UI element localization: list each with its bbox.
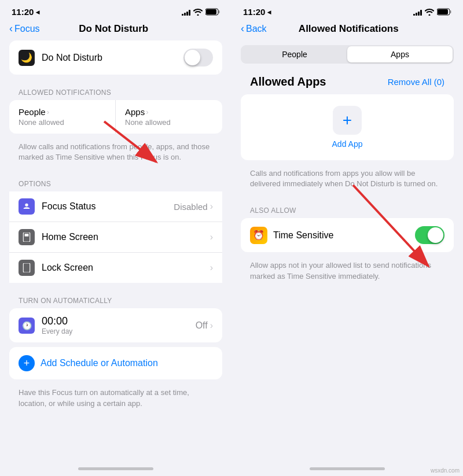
home-screen-chevron-icon: › <box>210 232 213 242</box>
auto-helper-text: Have this Focus turn on automatically at… <box>9 384 222 416</box>
svg-rect-1 <box>206 9 216 14</box>
allowed-notif-section-label: ALLOWED NOTIFICATIONS <box>9 79 222 100</box>
focus-status-left: Focus Status <box>19 198 95 215</box>
lock-screen-right: › <box>210 263 213 273</box>
ts-left: ⏰ Time Sensitive <box>250 227 333 244</box>
options-section-label: OPTIONS <box>9 171 222 191</box>
left-back-button[interactable]: ‹ Focus <box>9 23 40 35</box>
schedule-time: 00:00 <box>42 315 72 327</box>
watermark: wsxdn.com <box>431 467 460 474</box>
people-tab[interactable]: People <box>242 46 347 62</box>
home-screen-row[interactable]: Home Screen › <box>9 222 222 253</box>
lock-screen-left: Lock Screen <box>19 260 93 276</box>
schedule-day: Every day <box>42 327 72 335</box>
svg-rect-6 <box>23 263 30 272</box>
left-status-icons <box>182 8 220 16</box>
lock-screen-chevron-icon: › <box>210 263 213 273</box>
add-app-card[interactable]: + Add App <box>241 94 454 160</box>
segment-control: People Apps <box>241 45 454 64</box>
right-home-bar <box>310 467 385 470</box>
ts-helper-text: Allow apps not in your allowed list to s… <box>241 257 454 289</box>
people-chevron-icon: › <box>47 108 49 116</box>
right-phone-panel: 11:20 ◂ ‹ Back Allowed Notifi <box>232 0 463 476</box>
do-not-disturb-row: 🌙 Do Not Disturb <box>9 40 222 75</box>
allowed-apps-title: Allowed Apps <box>250 75 326 88</box>
right-wifi-icon <box>425 9 434 16</box>
right-signal-icon <box>413 9 422 16</box>
notifications-grid: People › None allowed Apps › None allowe… <box>9 100 222 134</box>
left-nav-bar: ‹ Focus Do Not Disturb <box>0 20 232 40</box>
ts-label: Time Sensitive <box>273 230 333 241</box>
remove-all-button[interactable]: Remove All (0) <box>388 77 444 87</box>
left-time: 11:20 ◂ <box>12 7 39 17</box>
add-schedule-plus-icon: + <box>19 355 35 371</box>
svg-rect-2 <box>219 10 220 13</box>
left-content: 🌙 Do Not Disturb ALLOWED NOTIFICATIONS P… <box>0 40 232 464</box>
schedule-off: Off <box>196 320 208 331</box>
schedule-row[interactable]: 🕐 00:00 Every day Off › <box>9 308 222 342</box>
apps-tab[interactable]: Apps <box>347 46 453 62</box>
right-nav-bar: ‹ Back Allowed Notifications <box>232 20 463 40</box>
people-title: People › <box>19 107 106 117</box>
apps-label: Apps <box>125 107 145 117</box>
focus-status-right: Disabled › <box>174 201 213 212</box>
allowed-notif-helper: Allow calls and notifications from peopl… <box>9 138 222 171</box>
options-card: Focus Status Disabled › Home Screen <box>9 191 222 283</box>
battery-icon <box>205 8 220 16</box>
lock-screen-row[interactable]: Lock Screen › <box>9 253 222 283</box>
lock-screen-icon <box>19 260 35 276</box>
svg-rect-9 <box>438 9 448 14</box>
auto-section-label: TURN ON AUTOMATICALLY <box>9 287 222 308</box>
right-location-icon: ◂ <box>267 8 271 16</box>
people-label: People <box>19 107 46 117</box>
people-cell[interactable]: People › None allowed <box>9 100 116 134</box>
clock-icon: 🕐 <box>19 318 35 334</box>
apps-cell[interactable]: Apps › None allowed <box>116 100 222 134</box>
right-helper-text: Calls and notifications from apps you al… <box>241 165 454 197</box>
schedule-left: 🕐 00:00 Every day <box>19 315 72 335</box>
time-text: 11:20 <box>12 7 34 17</box>
svg-point-3 <box>25 204 28 206</box>
svg-rect-5 <box>25 234 29 237</box>
schedule-info: 00:00 Every day <box>42 315 72 335</box>
home-screen-left: Home Screen <box>19 229 98 245</box>
focus-status-row[interactable]: Focus Status Disabled › <box>9 191 222 222</box>
apps-title: Apps › <box>125 107 213 117</box>
moon-icon: 🌙 <box>19 50 35 66</box>
right-back-label: Back <box>246 24 267 34</box>
svg-rect-10 <box>450 10 451 13</box>
add-schedule-button[interactable]: + Add Schedule or Automation <box>9 347 222 379</box>
location-arrow-icon: ◂ <box>36 8 39 16</box>
apps-sub: None allowed <box>125 118 213 127</box>
left-status-bar: 11:20 ◂ <box>0 0 232 20</box>
home-screen-icon <box>19 229 35 245</box>
time-sensitive-toggle[interactable] <box>415 226 444 244</box>
dnd-toggle[interactable] <box>183 49 213 67</box>
left-nav-title: Do Not Disturb <box>40 23 188 35</box>
left-home-bar <box>78 467 153 470</box>
dnd-label: Do Not Disturb <box>42 53 102 63</box>
schedule-right: Off › <box>196 320 213 331</box>
people-sub: None allowed <box>19 118 106 127</box>
time-sensitive-row: ⏰ Time Sensitive <box>241 218 454 252</box>
right-battery-icon <box>437 8 451 16</box>
time-sensitive-icon: ⏰ <box>250 227 267 244</box>
home-screen-label: Home Screen <box>42 232 98 242</box>
schedule-chevron-icon: › <box>210 320 213 331</box>
right-time: 11:20 ◂ <box>243 7 271 17</box>
left-home-indicator <box>0 464 232 476</box>
right-content: Allowed Apps Remove All (0) + Add App Ca… <box>232 71 463 464</box>
right-home-indicator <box>232 464 463 476</box>
also-allow-label: ALSO ALLOW <box>241 197 454 218</box>
right-nav-title: Allowed Notifications <box>267 23 431 35</box>
right-back-button[interactable]: ‹ Back <box>241 23 267 35</box>
focus-status-value: Disabled <box>174 202 207 212</box>
add-app-label: Add App <box>332 139 363 149</box>
left-phone-panel: 11:20 ◂ ‹ Focus Do Not Distur <box>0 0 232 476</box>
apps-chevron-icon: › <box>146 108 148 116</box>
right-status-icons <box>413 8 451 16</box>
add-schedule-label: Add Schedule or Automation <box>41 358 158 368</box>
focus-status-label: Focus Status <box>42 201 95 212</box>
focus-status-chevron-icon: › <box>210 201 213 212</box>
home-screen-right: › <box>210 232 213 242</box>
